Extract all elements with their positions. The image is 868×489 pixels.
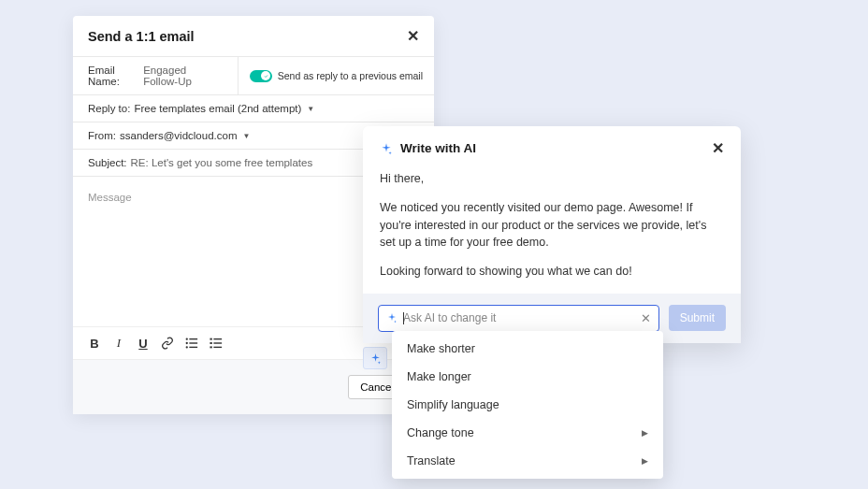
link-icon[interactable] (161, 337, 174, 350)
chevron-right-icon: ▶ (642, 428, 648, 438)
reply-toggle-label: Send as reply to a previous email (278, 70, 423, 81)
sparkle-icon (369, 352, 382, 365)
subject-label: Subject: (88, 157, 127, 168)
ai-toolbar-button[interactable] (363, 347, 387, 369)
menu-item-translate[interactable]: Translate ▶ (392, 447, 663, 475)
ai-closing: Looking forward to showing you what we c… (380, 263, 724, 280)
subject-value: RE: Let's get you some free templates (131, 157, 313, 168)
close-icon[interactable]: ✕ (407, 27, 419, 45)
menu-item-make-longer[interactable]: Make longer (392, 363, 663, 391)
check-icon (264, 74, 268, 79)
ai-panel-header: Write with AI ✕ (363, 126, 741, 165)
email-name-label: Email Name: (88, 65, 139, 87)
svg-point-4 (186, 346, 188, 348)
sparkle-icon (386, 312, 398, 324)
from-value[interactable]: ssanders@vidcloud.com (120, 130, 237, 141)
email-name-value[interactable]: Engaged Follow-Up (143, 65, 223, 87)
ai-generated-text: Hi there, We noticed you recently visite… (363, 165, 741, 294)
numbered-list-icon[interactable] (210, 337, 223, 350)
svg-point-2 (186, 342, 188, 344)
modal-title: Send a 1:1 email (88, 29, 195, 44)
chevron-down-icon: ▼ (307, 105, 314, 113)
reply-to-row[interactable]: Reply to: Free templates email (2nd atte… (73, 95, 434, 122)
bold-icon[interactable]: B (88, 337, 101, 350)
ai-suggestions-menu: Make shorter Make longer Simplify langua… (392, 331, 663, 479)
menu-item-change-tone[interactable]: Change tone ▶ (392, 419, 663, 447)
reply-to-value: Free templates email (2nd attempt) (134, 103, 301, 114)
email-name-row: Email Name: Engaged Follow-Up Send as re… (73, 57, 434, 95)
ai-input-placeholder: Ask AI to change it (403, 311, 635, 324)
write-with-ai-panel: Write with AI ✕ Hi there, We noticed you… (363, 126, 741, 343)
ai-body-text: We noticed you recently visited our demo… (380, 199, 724, 252)
ai-panel-title: Write with AI (400, 141, 712, 155)
ai-submit-button[interactable]: Submit (669, 305, 726, 331)
from-label: From: (88, 130, 116, 141)
chevron-right-icon: ▶ (642, 456, 648, 466)
message-placeholder: Message (88, 192, 132, 203)
text-cursor (403, 312, 404, 324)
svg-rect-7 (213, 342, 222, 343)
svg-rect-1 (189, 338, 197, 339)
close-icon[interactable]: ✕ (712, 139, 724, 157)
sparkle-icon (380, 142, 393, 155)
modal-header: Send a 1:1 email ✕ (73, 16, 434, 57)
ai-prompt-input[interactable]: Ask AI to change it ✕ (378, 305, 659, 332)
italic-icon[interactable]: I (112, 337, 125, 350)
ai-greeting: Hi there, (380, 170, 724, 188)
svg-rect-5 (189, 347, 197, 348)
svg-rect-10 (210, 342, 211, 344)
reply-to-label: Reply to: (88, 103, 130, 114)
bullet-list-icon[interactable] (185, 337, 198, 350)
chevron-down-icon[interactable]: ▼ (242, 132, 250, 140)
svg-point-0 (186, 338, 188, 339)
svg-rect-8 (213, 347, 222, 348)
svg-rect-3 (189, 342, 197, 343)
svg-rect-9 (210, 338, 211, 340)
reply-toggle[interactable] (250, 70, 272, 82)
svg-rect-6 (213, 338, 222, 339)
menu-item-make-shorter[interactable]: Make shorter (392, 335, 663, 363)
underline-icon[interactable]: U (137, 337, 150, 350)
svg-rect-11 (210, 346, 211, 348)
menu-item-simplify[interactable]: Simplify language (392, 391, 663, 419)
clear-icon[interactable]: ✕ (641, 311, 651, 325)
